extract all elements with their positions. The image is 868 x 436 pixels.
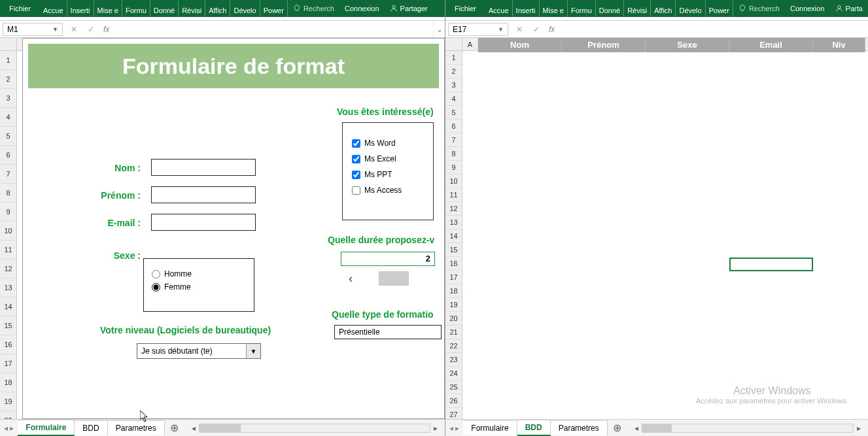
row-header[interactable]: 12 (0, 260, 16, 278)
tab-layout[interactable]: Mise e (540, 0, 568, 17)
row-header[interactable]: 8 (0, 184, 16, 203)
col-nom[interactable]: Nom (478, 38, 562, 52)
accept-formula-icon[interactable]: ✓ (528, 25, 545, 34)
tab-insert[interactable]: Inserti (67, 0, 94, 17)
row-header[interactable]: 1 (0, 51, 16, 70)
row-header[interactable]: 14 (0, 297, 16, 316)
chk-access[interactable]: Ms Access (352, 186, 424, 195)
tab-formulas[interactable]: Formu (122, 0, 150, 17)
row-header[interactable]: 16 (445, 257, 462, 271)
col-prenom[interactable]: Prénom (562, 38, 646, 52)
sheet-tab-formulaire[interactable]: Formulaire (463, 420, 517, 435)
tab-data[interactable]: Donné (150, 0, 179, 17)
tab-data[interactable]: Donné (596, 0, 624, 17)
scroll-left-icon[interactable]: ◂ (188, 424, 199, 433)
add-sheet-icon[interactable]: ⊕ (165, 422, 184, 434)
input-prenom[interactable] (151, 186, 256, 203)
sign-in[interactable]: Connexion (339, 0, 385, 17)
radio-homme[interactable]: Homme (152, 269, 246, 278)
col-email[interactable]: Email (729, 38, 813, 52)
row-header[interactable]: 10 (0, 222, 16, 241)
share-button[interactable]: Parta (830, 0, 868, 17)
tab-insert[interactable]: Inserti (513, 0, 540, 17)
accept-formula-icon[interactable]: ✓ (82, 25, 99, 34)
sheet-tab-formulaire[interactable]: Formulaire (18, 420, 75, 436)
cancel-formula-icon[interactable]: ✕ (511, 25, 528, 34)
sheet-tab-parametres[interactable]: Parametres (551, 420, 608, 435)
row-header[interactable]: 4 (445, 92, 462, 106)
tab-file[interactable]: Fichier (0, 0, 40, 17)
tab-view[interactable]: Affich (651, 0, 676, 17)
sign-in[interactable]: Connexion (785, 0, 830, 17)
scroll-right-icon[interactable]: ▸ (430, 424, 441, 433)
row-header[interactable]: 8 (445, 147, 462, 161)
tell-me[interactable]: Recherch (733, 0, 785, 17)
tab-file[interactable]: Fichier (445, 0, 485, 17)
fx-icon[interactable]: fx (99, 25, 113, 34)
input-duration[interactable]: 2 (341, 252, 435, 266)
chk-excel[interactable]: Ms Excel (352, 154, 424, 163)
row-header[interactable]: 19 (0, 392, 16, 411)
row-header[interactable]: 4 (0, 108, 16, 127)
sheet-tab-bdd[interactable]: BDD (517, 420, 551, 436)
row-header[interactable]: 16 (0, 335, 16, 354)
radio-femme[interactable]: Femme (152, 282, 246, 292)
tab-layout[interactable]: Mise e (94, 0, 122, 17)
row-header[interactable]: 15 (0, 316, 16, 335)
row-header[interactable]: 21 (445, 326, 462, 339)
tab-formulas[interactable]: Formu (568, 0, 596, 17)
scroll-left-icon[interactable]: ◂ (631, 424, 642, 433)
row-header[interactable]: 11 (445, 188, 462, 202)
input-nom[interactable] (151, 159, 256, 176)
row-header[interactable]: 22 (445, 339, 462, 353)
select-all-corner[interactable] (445, 38, 462, 51)
share-button[interactable]: Partager (385, 0, 433, 17)
row-header[interactable]: 25 (445, 380, 462, 394)
row-header[interactable]: 15 (445, 243, 462, 257)
row-header[interactable]: 20 (0, 411, 16, 419)
combo-niveau[interactable]: Je suis débutant (te) ▼ (137, 343, 261, 359)
row-header[interactable]: 9 (0, 203, 16, 222)
row-header[interactable]: 5 (0, 127, 16, 146)
col-niv[interactable]: Niv (813, 38, 865, 52)
tab-view[interactable]: Affich (205, 0, 230, 17)
row-header[interactable]: 6 (445, 120, 462, 133)
row-header[interactable]: 19 (445, 298, 462, 312)
chk-word[interactable]: Ms Word (352, 139, 424, 148)
row-header[interactable]: 11 (0, 241, 16, 260)
tell-me[interactable]: Recherch (288, 0, 339, 17)
row-header[interactable]: 13 (445, 216, 462, 229)
row-header[interactable]: 7 (0, 165, 16, 184)
col-header[interactable]: A (462, 38, 478, 50)
tab-review[interactable]: Révisi (624, 0, 651, 17)
name-box[interactable]: E17▼ (448, 23, 508, 36)
tab-developer[interactable]: Dévelo (676, 0, 705, 17)
chevron-left-icon[interactable]: ‹ (349, 272, 353, 286)
row-header[interactable]: 17 (445, 271, 462, 284)
row-header[interactable]: 18 (0, 373, 16, 392)
row-header[interactable]: 26 (445, 394, 462, 408)
tab-home[interactable]: Accue (485, 0, 513, 17)
tab-review[interactable]: Révisi (179, 0, 205, 17)
row-header[interactable]: 13 (0, 278, 16, 297)
tab-home[interactable]: Accue (40, 0, 67, 17)
row-header[interactable]: 14 (445, 229, 462, 243)
chk-ppt[interactable]: Ms PPT (352, 170, 424, 179)
input-email[interactable] (151, 214, 256, 231)
active-cell[interactable] (729, 258, 813, 271)
row-header[interactable]: 3 (445, 78, 462, 92)
row-header[interactable]: 27 (445, 408, 462, 419)
hscroll-track[interactable] (642, 424, 854, 433)
row-header[interactable]: 2 (445, 65, 462, 78)
row-header[interactable]: 20 (445, 312, 462, 326)
col-sexe[interactable]: Sexe (646, 38, 729, 52)
expand-formula-icon[interactable]: ⌄ (433, 21, 445, 37)
row-header[interactable]: 18 (445, 284, 462, 298)
tab-nav-arrows[interactable]: ◂ ▸ (445, 424, 463, 433)
scroll-right-icon[interactable]: ▸ (854, 424, 864, 433)
row-header[interactable]: 12 (445, 202, 462, 216)
row-header[interactable]: 23 (445, 353, 462, 367)
tab-power[interactable]: Power (706, 0, 733, 17)
name-box[interactable]: M1▼ (3, 23, 63, 36)
row-header[interactable]: 3 (0, 89, 16, 108)
